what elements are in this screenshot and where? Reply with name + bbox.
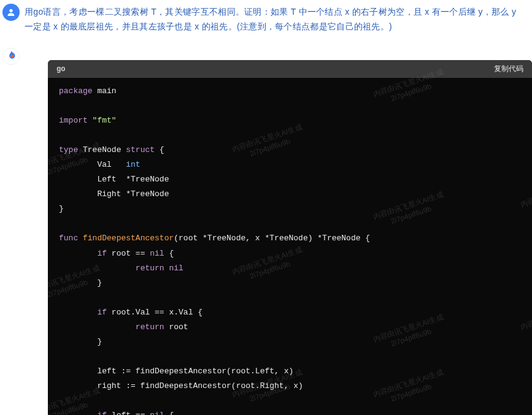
code-block: go 复制代码 内容由讯飞星火AI生成2i7p4plf6u9b 内容由讯飞星火A…	[48, 60, 532, 415]
bot-avatar	[2, 48, 20, 65]
svg-point-0	[9, 9, 12, 12]
code-header: go 复制代码	[48, 60, 532, 78]
bot-content: go 复制代码 内容由讯飞星火AI生成2i7p4plf6u9b 内容由讯飞星火A…	[23, 58, 532, 415]
user-message-text: 用go语言，考虑一棵二叉搜索树 T，其关键字互不相同。证明：如果 T 中一个结点…	[25, 4, 526, 34]
user-message-row: 用go语言，考虑一棵二叉搜索树 T，其关键字互不相同。证明：如果 T 中一个结点…	[0, 0, 532, 34]
code-lang-label: go	[56, 65, 65, 74]
flame-icon	[4, 50, 18, 63]
user-icon	[6, 7, 16, 17]
user-avatar	[2, 4, 20, 21]
copy-code-button[interactable]: 复制代码	[494, 64, 523, 74]
code-content[interactable]: package main import "fmt" type TreeNode …	[48, 78, 532, 415]
